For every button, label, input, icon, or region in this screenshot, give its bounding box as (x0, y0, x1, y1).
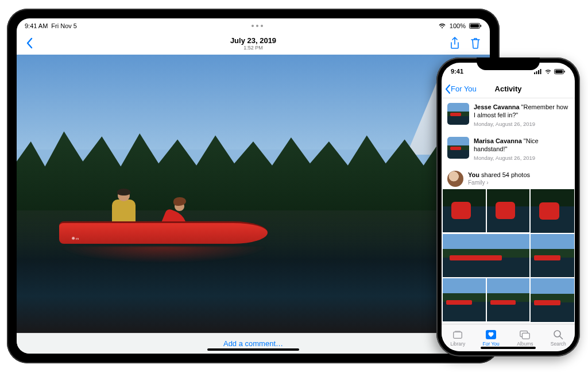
notch (477, 57, 540, 70)
grid-photo[interactable] (443, 189, 486, 232)
home-indicator[interactable] (207, 348, 299, 351)
svg-rect-1 (470, 24, 479, 28)
battery-icon (554, 69, 566, 74)
tab-albums[interactable]: Albums (517, 329, 533, 347)
shared-text: You shared 54 photos Family › (468, 171, 530, 186)
comment-placeholder: Add a comment… (223, 339, 283, 348)
activity-item[interactable]: Jesse Cavanna "Remember how I almost fel… (442, 98, 575, 132)
status-date: Fri Nov 5 (51, 22, 77, 29)
battery-percent: 100% (450, 22, 466, 29)
cellular-icon (534, 69, 542, 74)
svg-rect-11 (455, 331, 461, 332)
activity-thumbnail (447, 137, 469, 159)
svg-rect-4 (536, 71, 537, 74)
svg-rect-8 (555, 70, 563, 73)
multitask-dots-icon[interactable] (252, 25, 263, 27)
chevron-right-icon: › (486, 179, 488, 186)
grid-photo[interactable] (443, 234, 529, 278)
grid-photo[interactable] (443, 278, 486, 321)
status-time: 9:41 (451, 68, 463, 75)
wifi-icon (438, 23, 446, 29)
canoe-decal-icon: ⎈ ▭ (72, 235, 79, 241)
ipad-status-bar: 9:41 AM Fri Nov 5 100% (17, 20, 490, 32)
back-button[interactable] (26, 37, 34, 49)
ipad-screen: 9:41 AM Fri Nov 5 100% July 23, 2019 1:5… (17, 18, 490, 354)
library-icon (452, 329, 463, 340)
share-button[interactable] (450, 37, 460, 49)
grid-photo[interactable] (487, 278, 530, 321)
wifi-icon (544, 69, 552, 74)
photo-viewer[interactable]: ⎈ ▭ (17, 55, 490, 333)
tab-label: For You (483, 341, 500, 347)
svg-rect-10 (454, 332, 462, 338)
page-title: Activity (495, 85, 522, 93)
activity-item[interactable]: Marisa Cavanna "Nice handstand!" Monday,… (442, 132, 575, 166)
activity-text: Jesse Cavanna "Remember how I almost fel… (474, 103, 569, 128)
tab-label: Search (551, 341, 566, 347)
activity-scroll[interactable]: Jesse Cavanna "Remember how I almost fel… (442, 98, 575, 324)
tab-label: Library (450, 341, 465, 347)
back-button[interactable]: For You (445, 85, 477, 94)
for-you-icon (485, 329, 497, 340)
ipad-device-frame: 9:41 AM Fri Nov 5 100% July 23, 2019 1:5… (7, 9, 500, 363)
iphone-screen: 9:41 For You Activity Jesse Cavanna "Rem… (442, 63, 575, 351)
svg-line-16 (560, 336, 563, 339)
svg-point-15 (554, 331, 560, 337)
home-indicator[interactable] (481, 347, 536, 349)
tab-label: Albums (517, 341, 533, 347)
ipad-nav-bar: July 23, 2019 1:52 PM (17, 32, 490, 55)
tab-for-you[interactable]: For You (483, 329, 500, 347)
iphone-nav-bar: For You Activity (442, 80, 575, 98)
svg-rect-3 (534, 72, 535, 74)
battery-icon (469, 23, 482, 29)
svg-rect-9 (564, 70, 565, 72)
photo-grid (442, 189, 575, 321)
back-label: For You (451, 85, 477, 93)
activity-text: Marisa Cavanna "Nice handstand!" Monday,… (474, 137, 569, 162)
grid-photo[interactable] (531, 189, 574, 233)
photo-canoe: ⎈ ▭ (59, 205, 268, 244)
tab-search[interactable]: Search (551, 329, 566, 347)
grid-photo[interactable] (531, 278, 574, 322)
trash-button[interactable] (470, 37, 481, 49)
activity-thumbnail (447, 103, 469, 125)
photo-subtitle: 1:52 PM (17, 45, 490, 51)
grid-photo[interactable] (487, 189, 530, 232)
search-icon (552, 329, 564, 340)
grid-photo[interactable] (531, 234, 574, 278)
avatar (447, 171, 463, 187)
photo-canoe-reflection (59, 247, 268, 263)
activity-date: Monday, August 26, 2019 (474, 121, 569, 128)
iphone-device-frame: 9:41 For You Activity Jesse Cavanna "Rem… (436, 57, 580, 356)
svg-rect-5 (538, 70, 539, 74)
activity-date: Monday, August 26, 2019 (474, 155, 569, 162)
chevron-left-icon (445, 85, 451, 94)
tab-library[interactable]: Library (450, 329, 465, 347)
status-time: 9:41 AM (25, 22, 48, 29)
albums-icon (519, 329, 531, 340)
svg-rect-14 (523, 333, 530, 339)
svg-rect-2 (481, 25, 482, 27)
svg-rect-6 (540, 69, 541, 74)
shared-summary[interactable]: You shared 54 photos Family › (442, 166, 575, 189)
photo-title: July 23, 2019 (17, 36, 490, 45)
